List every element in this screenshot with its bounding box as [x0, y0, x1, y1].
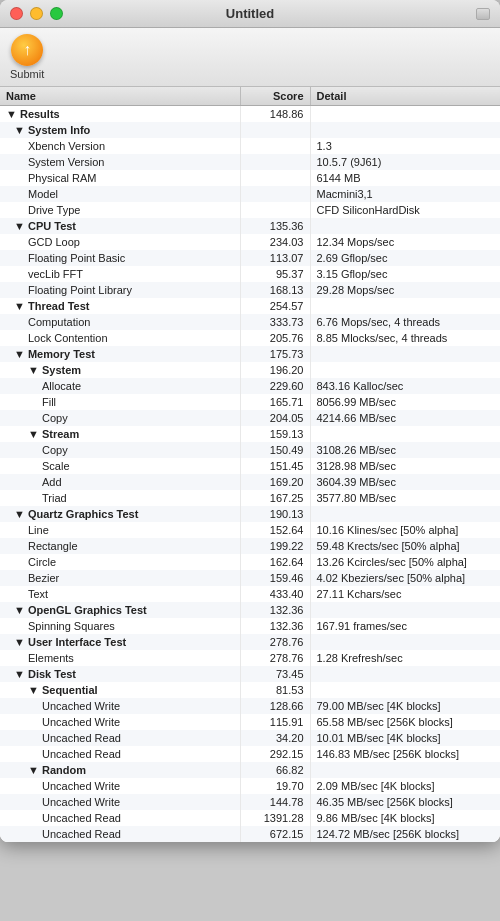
table-row: ▼ System Info	[0, 122, 500, 138]
row-name: Add	[0, 474, 240, 490]
row-score: 165.71	[240, 394, 310, 410]
row-name: ▼ Quartz Graphics Test	[0, 506, 240, 522]
table-row: ▼ Sequential81.53	[0, 682, 500, 698]
row-score: 254.57	[240, 298, 310, 314]
table-row: Lock Contention205.768.85 Mlocks/sec, 4 …	[0, 330, 500, 346]
row-detail: 27.11 Kchars/sec	[310, 586, 500, 602]
row-detail: 4214.66 MB/sec	[310, 410, 500, 426]
table-row: Computation333.736.76 Mops/sec, 4 thread…	[0, 314, 500, 330]
row-name: Lock Contention	[0, 330, 240, 346]
row-detail: 2.09 MB/sec [4K blocks]	[310, 778, 500, 794]
table-header-row: Name Score Detail	[0, 87, 500, 106]
row-score	[240, 154, 310, 170]
collapse-button[interactable]	[476, 8, 490, 20]
row-score: 66.82	[240, 762, 310, 778]
table-row: Triad167.253577.80 MB/sec	[0, 490, 500, 506]
row-name: Floating Point Basic	[0, 250, 240, 266]
row-score: 73.45	[240, 666, 310, 682]
row-name: Floating Point Library	[0, 282, 240, 298]
row-score: 151.45	[240, 458, 310, 474]
submit-button[interactable]: Submit	[10, 34, 44, 80]
row-detail: 167.91 frames/sec	[310, 618, 500, 634]
row-name: ▼ OpenGL Graphics Test	[0, 602, 240, 618]
table-row: Xbench Version1.3	[0, 138, 500, 154]
row-detail: 2.69 Gflop/sec	[310, 250, 500, 266]
row-name: Allocate	[0, 378, 240, 394]
row-name: System Version	[0, 154, 240, 170]
row-score: 159.13	[240, 426, 310, 442]
row-detail: 3128.98 MB/sec	[310, 458, 500, 474]
row-name: ▼ CPU Test	[0, 218, 240, 234]
row-score: 234.03	[240, 234, 310, 250]
row-score	[240, 138, 310, 154]
row-name: Line	[0, 522, 240, 538]
row-name: ▼ Thread Test	[0, 298, 240, 314]
row-name: Uncached Write	[0, 794, 240, 810]
col-header-detail: Detail	[310, 87, 500, 106]
row-detail: 59.48 Krects/sec [50% alpha]	[310, 538, 500, 554]
row-score: 132.36	[240, 618, 310, 634]
row-name: ▼ Sequential	[0, 682, 240, 698]
table-row: Floating Point Library168.1329.28 Mops/s…	[0, 282, 500, 298]
row-name: ▼ Results	[0, 106, 240, 123]
row-name: ▼ System Info	[0, 122, 240, 138]
row-score: 150.49	[240, 442, 310, 458]
row-detail: 8056.99 MB/sec	[310, 394, 500, 410]
row-score: 167.25	[240, 490, 310, 506]
row-score: 135.36	[240, 218, 310, 234]
table-row: Line152.6410.16 Klines/sec [50% alpha]	[0, 522, 500, 538]
row-name: Uncached Read	[0, 746, 240, 762]
row-name: Spinning Squares	[0, 618, 240, 634]
row-detail: 10.16 Klines/sec [50% alpha]	[310, 522, 500, 538]
row-name: Elements	[0, 650, 240, 666]
toolbar: Submit	[0, 28, 500, 87]
row-score: 278.76	[240, 650, 310, 666]
row-detail: 12.34 Mops/sec	[310, 234, 500, 250]
row-score: 132.36	[240, 602, 310, 618]
table-row: Copy204.054214.66 MB/sec	[0, 410, 500, 426]
row-score	[240, 202, 310, 218]
row-score: 168.13	[240, 282, 310, 298]
row-detail	[310, 106, 500, 123]
table-row: Copy150.493108.26 MB/sec	[0, 442, 500, 458]
row-score: 152.64	[240, 522, 310, 538]
window-title: Untitled	[226, 6, 274, 21]
window-controls	[10, 7, 63, 20]
row-score: 1391.28	[240, 810, 310, 826]
row-name: Circle	[0, 554, 240, 570]
row-score: 162.64	[240, 554, 310, 570]
row-name: Model	[0, 186, 240, 202]
row-name: Rectangle	[0, 538, 240, 554]
row-detail: 46.35 MB/sec [256K blocks]	[310, 794, 500, 810]
maximize-button[interactable]	[50, 7, 63, 20]
table-row: ▼ Stream159.13	[0, 426, 500, 442]
table-row: Circle162.6413.26 Kcircles/sec [50% alph…	[0, 554, 500, 570]
row-detail: 124.72 MB/sec [256K blocks]	[310, 826, 500, 842]
row-detail: 65.58 MB/sec [256K blocks]	[310, 714, 500, 730]
row-name: ▼ Random	[0, 762, 240, 778]
row-score: 205.76	[240, 330, 310, 346]
row-detail: 10.5.7 (9J61)	[310, 154, 500, 170]
row-detail: Macmini3,1	[310, 186, 500, 202]
row-name: Uncached Read	[0, 730, 240, 746]
row-detail: 6144 MB	[310, 170, 500, 186]
row-name: ▼ Disk Test	[0, 666, 240, 682]
row-detail: 146.83 MB/sec [256K blocks]	[310, 746, 500, 762]
row-name: Fill	[0, 394, 240, 410]
table-row: Text433.4027.11 Kchars/sec	[0, 586, 500, 602]
table-row: Uncached Read672.15124.72 MB/sec [256K b…	[0, 826, 500, 842]
row-name: Uncached Write	[0, 698, 240, 714]
row-detail	[310, 602, 500, 618]
main-window: Untitled Submit Name Score Detail ▼ Resu…	[0, 0, 500, 842]
row-name: Bezier	[0, 570, 240, 586]
row-detail: 3604.39 MB/sec	[310, 474, 500, 490]
row-score: 113.07	[240, 250, 310, 266]
row-name: Copy	[0, 410, 240, 426]
row-name: Text	[0, 586, 240, 602]
close-button[interactable]	[10, 7, 23, 20]
minimize-button[interactable]	[30, 7, 43, 20]
table-row: vecLib FFT95.373.15 Gflop/sec	[0, 266, 500, 282]
row-score: 190.13	[240, 506, 310, 522]
titlebar: Untitled	[0, 0, 500, 28]
row-name: Physical RAM	[0, 170, 240, 186]
